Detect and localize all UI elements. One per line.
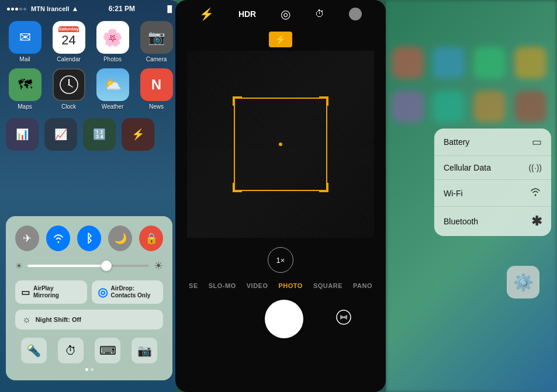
hdr-button[interactable]: HDR [238,9,256,19]
flash-badge-icon: ⚡ [275,34,286,44]
weather-icon-img: ⛅ [96,68,129,101]
focus-corner-tr [319,96,328,106]
options-button[interactable] [349,8,362,20]
signal-dot-4 [19,8,22,11]
clock-icon-img [53,68,85,101]
signal-dot-1 [7,8,10,11]
cc-slider-thumb[interactable] [101,261,112,271]
flash-button[interactable]: ⚡ [199,7,214,21]
cc-toggle-row: ✈ ᛒ 🌙 🔒 [15,226,163,251]
cc-airdrop-button[interactable]: ◎ AirDrop:Contacts Only [92,280,164,304]
cc-calculator-button[interactable]: ⌨ [95,338,120,363]
cc-brightness-slider[interactable] [27,265,149,267]
zoom-button[interactable]: 1× [268,247,293,273]
calculator-icon: ⌨ [99,344,116,358]
airplay-label: AirPlayMirroring [33,285,59,299]
photos-icon: 🌸 [102,28,123,47]
moon-icon: 🌙 [114,232,127,245]
live-button[interactable]: ◎ [281,7,290,21]
status-time: 6:21 PM [109,5,135,13]
cc-airplay-button[interactable]: ▭ AirPlayMirroring [15,280,87,304]
cc-airplane-toggle[interactable]: ✈ [15,226,39,251]
clock-icon [58,74,79,95]
news-icon-img: N [140,68,173,101]
cam-mode-square[interactable]: SQUARE [313,282,342,289]
qs-wifi-item[interactable]: Wi-Fi [434,180,551,207]
app-grid: ✉ Mail Saturday 24 Calendar 🌸 Photos 📷 [0,15,181,116]
zoom-level: 1× [276,256,285,265]
airdrop-label: AirDrop:Contacts Only [111,285,151,299]
app6-icon[interactable]: 📈 [44,118,77,151]
app7-img: 🔢 [83,118,116,151]
qs-battery-label: Battery [444,137,469,147]
camera-label-left: Camera [146,56,167,63]
bluetooth-icon: ✱ [531,214,542,229]
cam-mode-slomo[interactable]: SLO-MO [209,282,236,289]
control-center: ✈ ᛒ 🌙 🔒 ☀ [6,216,172,380]
focus-corner-bl [233,183,242,192]
focus-corner-tl [233,96,242,106]
app5-icon[interactable]: 📊 [6,118,39,151]
flip-camera-button[interactable] [335,309,352,329]
app7-icon[interactable]: 🔢 [83,118,116,151]
maps-app-icon[interactable]: 🗺 Maps [6,68,44,110]
cc-night-shift[interactable]: ☼ Night Shift: Off [15,310,163,329]
cc-bluetooth-toggle[interactable]: ᛒ [77,226,101,251]
shutter-button[interactable] [265,300,303,338]
photos-app-icon[interactable]: 🌸 Photos [94,21,132,63]
cc-camera-button[interactable]: 📷 [132,338,157,363]
settings-app-icon[interactable]: ⚙️ [507,266,539,299]
mail-icon: ✉ [19,29,31,46]
iphone-left-screen: MTN Irancell ▲ 6:21 PM ▐▌ ✉ Mail Saturda… [0,0,181,392]
app8-icon[interactable]: ⚡ [122,118,154,151]
cc-dnd-toggle[interactable]: 🌙 [108,226,132,251]
camera-app-icon-left[interactable]: 📷 Camera [137,21,175,63]
app5-img: 📊 [6,118,39,151]
clock-app-icon[interactable]: Clock [50,68,88,110]
signal-dots [7,8,26,11]
news-label: News [149,103,164,110]
mail-app-icon[interactable]: ✉ Mail [6,21,44,63]
cam-mode-photo[interactable]: PHOTO [278,282,302,289]
cc-rotation-toggle[interactable]: 🔒 [139,226,163,251]
news-icon: N [151,77,161,93]
wifi-toggle-icon [52,233,65,244]
flash-active-badge: ⚡ [269,32,292,47]
cc-wifi-toggle[interactable] [46,226,70,251]
weather-label: Weather [102,103,124,110]
wifi-icon [529,187,542,199]
cam-mode-video[interactable]: VIDEO [247,282,268,289]
cc-timer-button[interactable]: ⏱ [58,338,84,363]
photos-label: Photos [103,56,122,63]
cc-buttons-row: ▭ AirPlayMirroring ◎ AirDrop:Contacts On… [15,280,163,304]
page-dot-2 [91,368,94,371]
app8-img: ⚡ [122,118,154,151]
gear-icon: ⚙️ [513,273,534,292]
timer-button[interactable]: ⏱ [315,9,324,19]
qs-bluetooth-item[interactable]: Bluetooth ✱ [434,207,551,236]
qs-cellular-item[interactable]: Cellular Data ((·)) [434,156,551,180]
qs-battery-item[interactable]: Battery ▭ [434,129,551,156]
cc-flashlight-button[interactable]: 🔦 [21,338,47,363]
app5-sym-icon: 📊 [16,128,29,141]
maps-icon-img: 🗺 [9,68,41,101]
weather-app-icon[interactable]: ⛅ Weather [94,68,132,110]
zoom-indicator: 1× [175,247,386,273]
news-app-icon[interactable]: N News [137,68,175,110]
calendar-app-icon[interactable]: Saturday 24 Calendar [50,21,88,63]
camera-viewfinder [187,51,374,238]
cam-mode-pano[interactable]: PANO [353,282,372,289]
quick-settings-panel: Battery ▭ Cellular Data ((·)) Wi-Fi Blue… [434,129,551,236]
signal-dot-3 [15,8,18,11]
battery-status-icon: ▐▌ [165,5,174,12]
cc-slider-fill [27,265,106,267]
status-bar: MTN Irancell ▲ 6:21 PM ▐▌ [0,0,181,15]
app6-img: 📈 [44,118,77,151]
app7-sym-icon: 🔢 [93,128,106,141]
cam-mode-se[interactable]: SE [189,282,198,289]
airdrop-icon: ◎ [98,285,108,299]
calendar-icon-img: Saturday 24 [53,21,85,54]
mail-icon-img: ✉ [9,21,41,54]
timer-icon: ⏱ [65,344,77,358]
calendar-label: Calendar [57,56,81,63]
